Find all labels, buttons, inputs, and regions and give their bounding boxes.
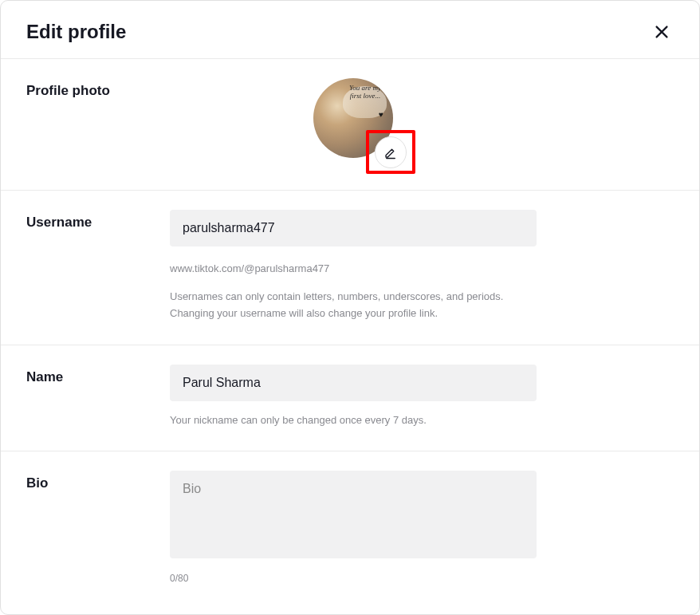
name-helper: Your nickname can only be changed once e…	[170, 412, 537, 429]
username-section: Username www.tiktok.com/@parulsharma477 …	[1, 191, 699, 345]
modal-header: Edit profile	[1, 1, 699, 59]
username-helper: Usernames can only contain letters, numb…	[170, 289, 537, 322]
profile-photo-section: Profile photo You are my first love... ♥	[1, 59, 699, 191]
username-url: www.tiktok.com/@parulsharma477	[170, 262, 537, 274]
bio-content: 0/80	[170, 471, 537, 584]
avatar-container: You are my first love... ♥	[313, 78, 393, 158]
name-section: Name Your nickname can only be changed o…	[1, 345, 699, 452]
avatar-inscription: You are my first love...	[345, 85, 385, 101]
bio-label: Bio	[26, 471, 170, 584]
bio-char-count: 0/80	[170, 573, 537, 584]
name-input[interactable]	[170, 365, 537, 401]
edit-photo-highlight	[366, 130, 415, 174]
pencil-icon	[383, 145, 398, 160]
heart-icon: ♥	[379, 110, 383, 119]
username-input[interactable]	[170, 210, 537, 246]
bio-section: Bio 0/80	[1, 451, 699, 606]
edit-profile-modal: Edit profile Profile photo You are my fi…	[0, 0, 700, 615]
edit-photo-button[interactable]	[375, 136, 407, 168]
close-button[interactable]	[650, 20, 674, 44]
profile-photo-content: You are my first love... ♥	[170, 78, 537, 158]
username-content: www.tiktok.com/@parulsharma477 Usernames…	[170, 210, 537, 322]
profile-photo-label: Profile photo	[26, 78, 170, 158]
name-content: Your nickname can only be changed once e…	[170, 365, 537, 429]
username-label: Username	[26, 210, 170, 322]
name-label: Name	[26, 365, 170, 429]
close-icon	[653, 23, 671, 41]
modal-title: Edit profile	[26, 21, 126, 43]
bio-textarea[interactable]	[170, 471, 537, 558]
